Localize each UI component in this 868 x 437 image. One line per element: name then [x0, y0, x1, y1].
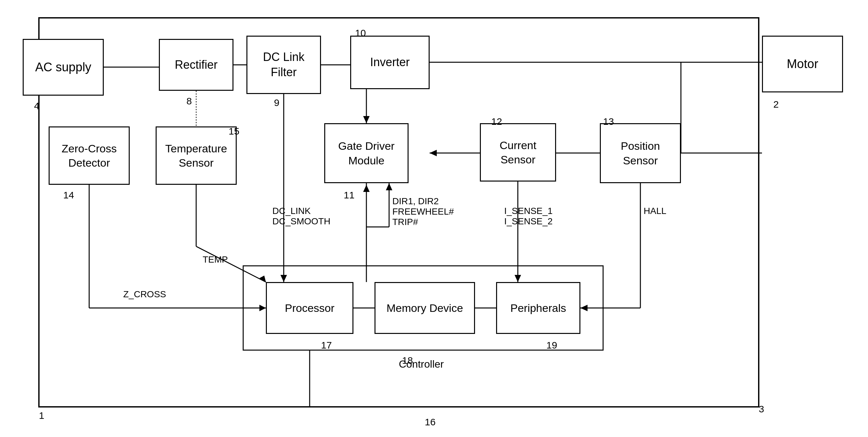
label-num-15: 15 [228, 126, 239, 137]
ac-supply-block: AC supply [23, 39, 104, 96]
zero-cross-block: Zero-CrossDetector [49, 126, 130, 185]
label-num-12: 12 [491, 116, 502, 127]
label-num-9: 9 [274, 97, 279, 108]
label-num-14: 14 [63, 190, 74, 201]
label-num-16: 16 [425, 416, 435, 428]
motor-block: Motor [762, 36, 843, 92]
signal-dir-freewheel: DIR1, DIR2FREEWHEEL#TRIP# [392, 196, 454, 227]
signal-hall: HALL [644, 206, 666, 216]
label-num-8: 8 [186, 96, 192, 107]
inverter-block: Inverter [350, 36, 430, 89]
svg-marker-20 [515, 275, 521, 282]
signal-z-cross: Z_CROSS [123, 289, 166, 300]
position-sensor-block: PositionSensor [600, 123, 681, 183]
svg-marker-35 [386, 183, 392, 190]
processor-block: Processor [266, 282, 353, 334]
label-num-17: 17 [321, 340, 332, 351]
svg-marker-9 [363, 185, 370, 192]
current-sensor-block: CurrentSensor [480, 123, 556, 182]
signal-temp: TEMP [203, 254, 228, 265]
label-num-2: 2 [773, 99, 779, 110]
gate-driver-block: Gate DriverModule [324, 123, 408, 183]
label-num-4: 4 [34, 100, 39, 112]
svg-marker-30 [430, 150, 437, 156]
diagram-container: AC supply Rectifier DC LinkFilter Invert… [0, 0, 868, 437]
label-num-11: 11 [344, 190, 354, 201]
controller-label: Controller [399, 358, 444, 370]
label-num-3: 3 [759, 404, 764, 415]
temp-sensor-block: TemperatureSensor [156, 126, 237, 185]
svg-marker-15 [259, 276, 266, 282]
svg-marker-7 [363, 116, 370, 123]
dc-link-filter-block: DC LinkFilter [246, 36, 321, 94]
label-num-13: 13 [603, 116, 614, 127]
signal-dc-link: DC_LINKDC_SMOOTH [272, 206, 331, 227]
label-num-10: 10 [355, 28, 366, 38]
svg-marker-18 [259, 305, 266, 311]
svg-marker-11 [280, 275, 287, 282]
memory-device-block: Memory Device [374, 282, 475, 334]
rectifier-block: Rectifier [159, 39, 234, 91]
label-num-19: 19 [546, 340, 557, 351]
signal-i-sense: I_SENSE_1I_SENSE_2 [504, 206, 553, 227]
label-num-1: 1 [39, 410, 44, 421]
svg-marker-23 [580, 305, 588, 311]
peripherals-block: Peripherals [496, 282, 580, 334]
